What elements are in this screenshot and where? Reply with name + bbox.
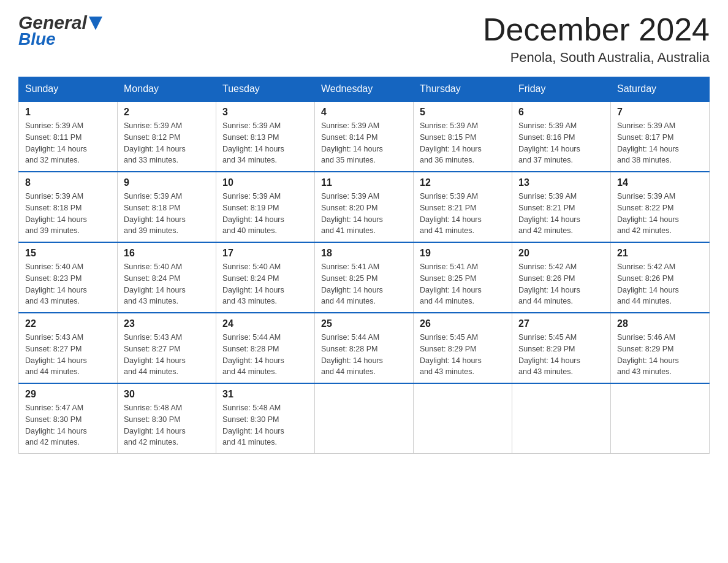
- day-info: Sunrise: 5:39 AM Sunset: 8:18 PM Dayligh…: [124, 191, 210, 237]
- day-number: 10: [222, 177, 308, 188]
- calendar-cell: 20 Sunrise: 5:42 AM Sunset: 8:26 PM Dayl…: [512, 242, 611, 313]
- day-info: Sunrise: 5:39 AM Sunset: 8:15 PM Dayligh…: [420, 120, 506, 166]
- day-number: 13: [518, 177, 604, 188]
- day-number: 18: [321, 248, 407, 259]
- day-info: Sunrise: 5:46 AM Sunset: 8:29 PM Dayligh…: [617, 332, 703, 378]
- day-info: Sunrise: 5:40 AM Sunset: 8:23 PM Dayligh…: [25, 261, 111, 307]
- calendar-cell: 21 Sunrise: 5:42 AM Sunset: 8:26 PM Dayl…: [611, 242, 710, 313]
- day-number: 1: [25, 107, 111, 118]
- day-number: 4: [321, 107, 407, 118]
- col-sunday: Sunday: [19, 77, 118, 102]
- day-info: Sunrise: 5:39 AM Sunset: 8:17 PM Dayligh…: [617, 120, 703, 166]
- calendar-cell: 12 Sunrise: 5:39 AM Sunset: 8:21 PM Dayl…: [414, 172, 512, 242]
- calendar-cell: [611, 383, 710, 454]
- logo: General Blue: [18, 12, 102, 49]
- day-info: Sunrise: 5:39 AM Sunset: 8:12 PM Dayligh…: [124, 120, 210, 166]
- day-number: 14: [617, 177, 703, 188]
- day-number: 29: [25, 389, 111, 400]
- day-info: Sunrise: 5:44 AM Sunset: 8:28 PM Dayligh…: [222, 332, 308, 378]
- day-info: Sunrise: 5:43 AM Sunset: 8:27 PM Dayligh…: [124, 332, 210, 378]
- col-tuesday: Tuesday: [216, 77, 315, 102]
- svg-marker-0: [89, 17, 102, 30]
- calendar-cell: 19 Sunrise: 5:41 AM Sunset: 8:25 PM Dayl…: [414, 242, 512, 313]
- calendar-cell: 2 Sunrise: 5:39 AM Sunset: 8:12 PM Dayli…: [118, 101, 216, 172]
- day-number: 7: [617, 107, 703, 118]
- calendar-cell: 25 Sunrise: 5:44 AM Sunset: 8:28 PM Dayl…: [315, 313, 414, 383]
- day-info: Sunrise: 5:39 AM Sunset: 8:13 PM Dayligh…: [222, 120, 308, 166]
- calendar-cell: 14 Sunrise: 5:39 AM Sunset: 8:22 PM Dayl…: [611, 172, 710, 242]
- day-info: Sunrise: 5:40 AM Sunset: 8:24 PM Dayligh…: [222, 261, 308, 307]
- day-info: Sunrise: 5:43 AM Sunset: 8:27 PM Dayligh…: [25, 332, 111, 378]
- day-info: Sunrise: 5:45 AM Sunset: 8:29 PM Dayligh…: [420, 332, 506, 378]
- month-title: December 2024: [483, 12, 710, 47]
- calendar-week-row: 22 Sunrise: 5:43 AM Sunset: 8:27 PM Dayl…: [19, 313, 710, 383]
- calendar-cell: 31 Sunrise: 5:48 AM Sunset: 8:30 PM Dayl…: [216, 383, 315, 454]
- page-header: General Blue December 2024 Penola, South…: [18, 12, 710, 66]
- col-monday: Monday: [118, 77, 216, 102]
- calendar-cell: 15 Sunrise: 5:40 AM Sunset: 8:23 PM Dayl…: [19, 242, 118, 313]
- day-number: 20: [518, 248, 604, 259]
- calendar-cell: 22 Sunrise: 5:43 AM Sunset: 8:27 PM Dayl…: [19, 313, 118, 383]
- day-info: Sunrise: 5:44 AM Sunset: 8:28 PM Dayligh…: [321, 332, 407, 378]
- day-info: Sunrise: 5:39 AM Sunset: 8:22 PM Dayligh…: [617, 191, 703, 237]
- calendar-cell: 13 Sunrise: 5:39 AM Sunset: 8:21 PM Dayl…: [512, 172, 611, 242]
- day-number: 12: [420, 177, 506, 188]
- day-number: 25: [321, 318, 407, 329]
- day-number: 16: [124, 248, 210, 259]
- day-number: 5: [420, 107, 506, 118]
- day-info: Sunrise: 5:39 AM Sunset: 8:19 PM Dayligh…: [222, 191, 308, 237]
- day-number: 19: [420, 248, 506, 259]
- day-number: 3: [222, 107, 308, 118]
- calendar-cell: 1 Sunrise: 5:39 AM Sunset: 8:11 PM Dayli…: [19, 101, 118, 172]
- calendar-cell: 23 Sunrise: 5:43 AM Sunset: 8:27 PM Dayl…: [118, 313, 216, 383]
- day-number: 24: [222, 318, 308, 329]
- calendar-week-row: 29 Sunrise: 5:47 AM Sunset: 8:30 PM Dayl…: [19, 383, 710, 454]
- day-info: Sunrise: 5:39 AM Sunset: 8:16 PM Dayligh…: [518, 120, 604, 166]
- logo-triangle-icon: [89, 17, 102, 30]
- day-number: 6: [518, 107, 604, 118]
- calendar-cell: 11 Sunrise: 5:39 AM Sunset: 8:20 PM Dayl…: [315, 172, 414, 242]
- day-number: 11: [321, 177, 407, 188]
- day-info: Sunrise: 5:39 AM Sunset: 8:21 PM Dayligh…: [518, 191, 604, 237]
- day-number: 21: [617, 248, 703, 259]
- calendar-cell: 3 Sunrise: 5:39 AM Sunset: 8:13 PM Dayli…: [216, 101, 315, 172]
- day-number: 8: [25, 177, 111, 188]
- calendar-cell: 4 Sunrise: 5:39 AM Sunset: 8:14 PM Dayli…: [315, 101, 414, 172]
- calendar-cell: 30 Sunrise: 5:48 AM Sunset: 8:30 PM Dayl…: [118, 383, 216, 454]
- calendar-cell: 28 Sunrise: 5:46 AM Sunset: 8:29 PM Dayl…: [611, 313, 710, 383]
- day-number: 26: [420, 318, 506, 329]
- calendar-cell: 10 Sunrise: 5:39 AM Sunset: 8:19 PM Dayl…: [216, 172, 315, 242]
- day-info: Sunrise: 5:45 AM Sunset: 8:29 PM Dayligh…: [518, 332, 604, 378]
- calendar-week-row: 1 Sunrise: 5:39 AM Sunset: 8:11 PM Dayli…: [19, 101, 710, 172]
- day-number: 17: [222, 248, 308, 259]
- day-info: Sunrise: 5:39 AM Sunset: 8:14 PM Dayligh…: [321, 120, 407, 166]
- day-info: Sunrise: 5:39 AM Sunset: 8:18 PM Dayligh…: [25, 191, 111, 237]
- col-wednesday: Wednesday: [315, 77, 414, 102]
- day-number: 2: [124, 107, 210, 118]
- calendar-cell: 24 Sunrise: 5:44 AM Sunset: 8:28 PM Dayl…: [216, 313, 315, 383]
- calendar-cell: 17 Sunrise: 5:40 AM Sunset: 8:24 PM Dayl…: [216, 242, 315, 313]
- day-number: 28: [617, 318, 703, 329]
- day-info: Sunrise: 5:42 AM Sunset: 8:26 PM Dayligh…: [518, 261, 604, 307]
- day-info: Sunrise: 5:48 AM Sunset: 8:30 PM Dayligh…: [124, 402, 210, 448]
- day-number: 15: [25, 248, 111, 259]
- day-number: 27: [518, 318, 604, 329]
- title-block: December 2024 Penola, South Australia, A…: [483, 12, 710, 66]
- day-number: 22: [25, 318, 111, 329]
- calendar-cell: 6 Sunrise: 5:39 AM Sunset: 8:16 PM Dayli…: [512, 101, 611, 172]
- day-info: Sunrise: 5:42 AM Sunset: 8:26 PM Dayligh…: [617, 261, 703, 307]
- day-number: 30: [124, 389, 210, 400]
- logo-blue-text: Blue: [18, 29, 56, 49]
- col-saturday: Saturday: [611, 77, 710, 102]
- calendar-cell: [414, 383, 512, 454]
- day-number: 23: [124, 318, 210, 329]
- calendar-cell: 26 Sunrise: 5:45 AM Sunset: 8:29 PM Dayl…: [414, 313, 512, 383]
- col-friday: Friday: [512, 77, 611, 102]
- calendar-header-row: Sunday Monday Tuesday Wednesday Thursday…: [19, 77, 710, 102]
- day-info: Sunrise: 5:41 AM Sunset: 8:25 PM Dayligh…: [321, 261, 407, 307]
- calendar-cell: [512, 383, 611, 454]
- calendar-cell: 9 Sunrise: 5:39 AM Sunset: 8:18 PM Dayli…: [118, 172, 216, 242]
- day-info: Sunrise: 5:40 AM Sunset: 8:24 PM Dayligh…: [124, 261, 210, 307]
- col-thursday: Thursday: [414, 77, 512, 102]
- day-info: Sunrise: 5:39 AM Sunset: 8:20 PM Dayligh…: [321, 191, 407, 237]
